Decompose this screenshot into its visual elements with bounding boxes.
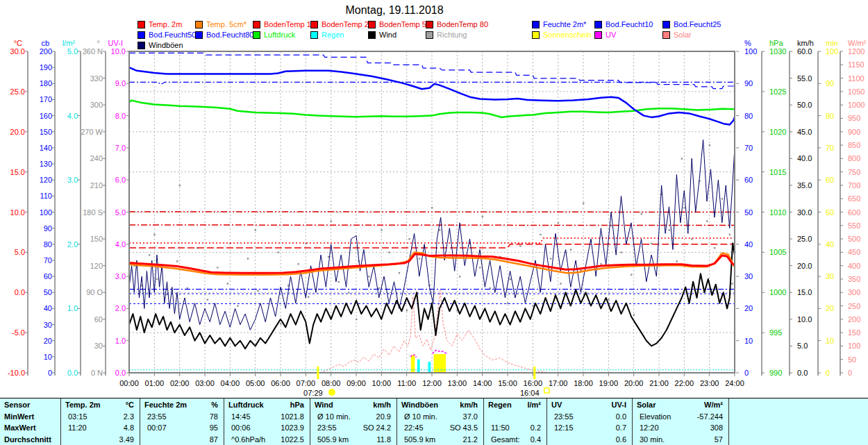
svg-text:°C: °C [14,39,22,47]
stats-header: LuftdruckhPa [228,399,304,411]
page-title: Montag, 19.11.2018 [345,4,443,17]
svg-text:60: 60 [744,176,753,184]
temp-5cm-swatch-icon [195,21,203,28]
svg-text:10: 10 [826,337,834,345]
svg-text:25.0: 25.0 [10,87,25,96]
svg-text:0: 0 [848,369,852,377]
stats-cell-regen-durchschnitt: Gesamt:0.4 [488,434,541,445]
svg-text:80: 80 [44,240,52,249]
bod-feucht10-swatch-icon [594,21,602,28]
svg-text:cb: cb [41,39,49,47]
svg-text:950: 950 [848,114,860,122]
stats-cell-uv-durchschnitt: 0.6 [551,434,626,445]
svg-text:15.0: 15.0 [797,288,812,296]
legend-item-bod-feucht80: Bod.Feucht80 [195,31,254,39]
regen-swatch-icon [310,31,318,39]
svg-text:1030: 1030 [769,47,786,56]
svg-text:40.0: 40.0 [797,154,812,162]
legend-label: Sonnenschein [543,31,592,39]
legend-label: BodenTemp 80 [437,21,488,28]
stats-row-label-minwert: MinWert [4,411,55,423]
svg-text:l/m²: l/m² [62,39,76,47]
stats-cell-temp-2m-maxwert: 11:204.8 [65,422,134,434]
svg-text:190: 190 [40,63,52,72]
svg-text:5.0: 5.0 [115,208,126,217]
svg-text:80: 80 [826,112,834,120]
svg-text:55.0: 55.0 [797,74,812,83]
svg-text:40: 40 [826,240,834,249]
axis-: °360 N330300270 W240210180 S15012090 O60… [81,39,106,377]
svg-text:17:00: 17:00 [549,379,568,387]
svg-text:90 O: 90 O [86,288,103,296]
svg-text:450: 450 [848,248,860,256]
svg-text:70: 70 [744,144,753,152]
bodentemp-25-swatch-icon [310,21,318,28]
svg-text:°: ° [97,39,100,47]
uv-swatch-icon [594,31,602,39]
stats-cell-uv-maxwert: 12:150.7 [551,422,626,434]
svg-text:6.0: 6.0 [115,176,126,184]
stats-cell-solar-durchschnitt: 30 min.57 [637,434,723,445]
wind-swatch-icon [368,31,376,39]
svg-text:140: 140 [40,144,52,152]
svg-text:800: 800 [848,154,860,162]
solar-swatch-icon [662,31,670,39]
svg-text:300: 300 [90,101,103,109]
axis-km-h: km/h60.055.050.045.040.035.030.025.020.0… [790,39,814,377]
svg-text:3.0: 3.0 [67,176,78,184]
stats-cell-luftdruck-durchschnitt: ^0.6hPa/h1022.5 [228,434,304,445]
x-axis: 00:0001:0002:0003:0004:0005:0006:0007:00… [119,373,744,387]
svg-text:50.0: 50.0 [797,101,812,109]
svg-text:1150: 1150 [848,60,865,69]
stats-row-label-maxwert: MaxWert [4,422,55,434]
svg-text:650: 650 [848,194,860,203]
svg-text:04:00: 04:00 [221,379,240,387]
svg-text:2.0: 2.0 [67,240,78,249]
stats-cell-luftdruck-maxwert: 00:061023.9 [228,422,304,434]
svg-text:5.0: 5.0 [15,248,25,256]
svg-text:100: 100 [826,47,838,56]
svg-text:1015: 1015 [769,168,786,176]
legend-item-uv: UV [594,31,616,39]
legend-item-solar: Solar [662,31,692,39]
stats-cell-temp-2m-durchschnitt: 3.49 [65,434,134,445]
legend-label: BodenTemp 50 [379,21,431,28]
axis-min: min1009080706050403020100 [818,39,838,377]
stats-col-luftdruck: LuftdruckhPa14:451021.800:061023.9^0.6hP… [224,398,310,445]
svg-text:1.0: 1.0 [115,337,126,345]
svg-text:200: 200 [848,315,860,324]
stats-col-empty [729,398,868,445]
svg-text:12:00: 12:00 [422,379,442,387]
svg-text:23:00: 23:00 [700,379,719,387]
stats-cell-windb-en-durchschnitt: 505.9 km21.2 [401,434,478,445]
svg-text:10.0: 10.0 [111,47,126,56]
svg-text:150: 150 [90,235,103,243]
svg-text:0: 0 [826,369,830,377]
svg-text:21:00: 21:00 [649,379,669,387]
svg-text:30: 30 [44,321,52,329]
stats-header: Temp. 2m°C [65,399,134,411]
sunrise-tick [317,367,319,379]
svg-text:5.0: 5.0 [797,342,808,350]
stats-cell-uv-minwert: 23:550.0 [551,411,626,423]
svg-text:30: 30 [826,272,834,280]
stats-col-temp-2m: Temp. 2m°C03:152.311:204.83.49 [61,398,140,445]
stats-cell-luftdruck-minwert: 14:451021.8 [228,411,304,423]
stats-row-label-durchschnitt: Durchschnitt [4,434,55,445]
svg-text:km/h: km/h [797,39,814,47]
svg-text:100: 100 [848,342,860,350]
svg-text:50: 50 [744,208,753,217]
svg-text:10:00: 10:00 [372,379,392,387]
svg-text:750: 750 [848,168,860,176]
legend-item-feuchte-2m: Feuchte 2m* [532,20,586,28]
legend-item-sonnenschein: Sonnenschein [532,31,592,39]
svg-text:30: 30 [744,272,753,280]
svg-text:3.0: 3.0 [115,272,126,280]
svg-text:20.0: 20.0 [797,262,812,270]
stats-header: Feuchte 2m% [144,399,218,411]
svg-text:-5.0: -5.0 [12,328,25,337]
svg-text:09:00: 09:00 [347,379,366,387]
legend-item-bodentemp-50: BodenTemp 50 [368,20,431,28]
svg-text:600: 600 [848,208,860,217]
svg-text:240: 240 [90,154,103,162]
